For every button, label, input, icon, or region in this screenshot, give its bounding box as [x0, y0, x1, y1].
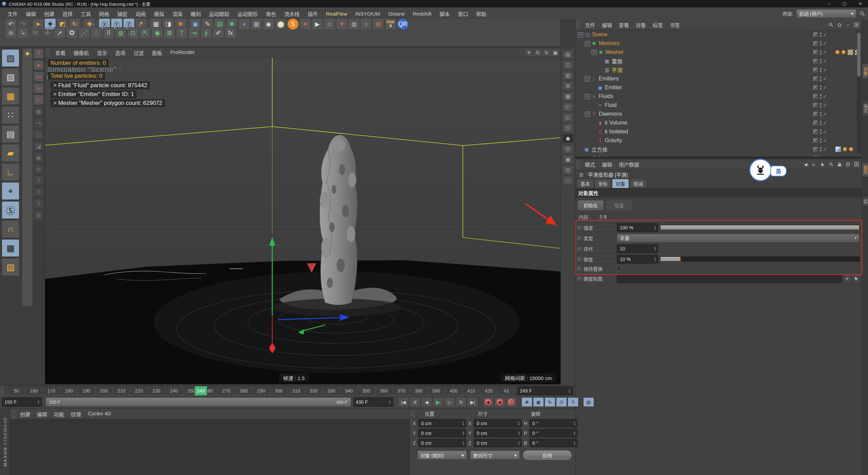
- viewport-menu-选项[interactable]: 选项: [111, 49, 130, 56]
- dock-tab-场次[interactable]: 场次: [862, 101, 868, 116]
- tab-坐标[interactable]: 坐标: [594, 179, 611, 188]
- disabled-tool-4-icon[interactable]: ◪: [34, 141, 44, 151]
- stage-icon[interactable]: ▶: [312, 18, 323, 30]
- stepper-icons[interactable]: ▲▼: [37, 400, 40, 404]
- rectangle-selection-icon[interactable]: ▭: [34, 72, 44, 82]
- stepper-icons[interactable]: ▲▼: [462, 421, 465, 426]
- position-field[interactable]: 0 cm▲▼: [418, 419, 466, 428]
- tab-对象[interactable]: 对象: [612, 179, 629, 188]
- dock-tab-属性[interactable]: 属性: [862, 162, 868, 177]
- object-axis-icon[interactable]: ∟: [2, 163, 19, 181]
- cube-grid-icon[interactable]: ⊡: [127, 27, 139, 39]
- polygons-mode-icon[interactable]: ▰: [2, 144, 19, 162]
- zoom-view-icon[interactable]: [534, 49, 541, 56]
- play-button[interactable]: ▶: [433, 397, 443, 407]
- material-menu-Cycles 4D[interactable]: Cycles 4D: [84, 411, 114, 418]
- layout-preset-icon-1[interactable]: ▤: [563, 50, 573, 59]
- lasso-selection-icon[interactable]: ∿: [34, 83, 44, 93]
- workplane-lock-icon[interactable]: ▦: [2, 239, 19, 257]
- close-button[interactable]: ✕: [852, 0, 868, 7]
- previous-key-button[interactable]: ↺: [410, 397, 420, 407]
- layout-preset-icon-13[interactable]: ▢: [563, 176, 573, 185]
- realflow-tag-icon[interactable]: [835, 50, 840, 55]
- menu-item-创建[interactable]: 创建: [40, 10, 58, 17]
- realflow-tag-icon[interactable]: [841, 50, 846, 55]
- enabled-check-icon[interactable]: ✓: [823, 120, 827, 126]
- stepper-icons[interactable]: ▲▼: [654, 246, 656, 251]
- layout-preset-icon-12[interactable]: ⊟: [563, 166, 573, 174]
- size-mode-dropdown[interactable]: 绝对尺寸▾: [470, 451, 520, 460]
- stepper-icons[interactable]: ▲▼: [518, 431, 520, 436]
- stepper-icons[interactable]: ▲▼: [518, 441, 520, 445]
- tab-衰减[interactable]: 衰减: [630, 179, 647, 188]
- visibility-dots-icon[interactable]: [820, 50, 822, 55]
- position-field[interactable]: 0 cm▲▼: [418, 429, 466, 437]
- viewport-menu-面板[interactable]: 面板: [148, 49, 166, 56]
- toggle-view-icon[interactable]: ▣: [552, 49, 559, 56]
- menu-item-窗口[interactable]: 窗口: [454, 10, 472, 17]
- stepper-icons[interactable]: ▲▼: [573, 431, 576, 436]
- material-menu-纹理[interactable]: 纹理: [67, 411, 84, 418]
- visibility-dots-icon[interactable]: [820, 94, 822, 99]
- disabled-tool-2-icon[interactable]: ⇥: [34, 118, 44, 128]
- layout-preset-icon-4[interactable]: ⊞: [563, 81, 573, 90]
- move-mini-icon[interactable]: ✚: [23, 49, 32, 58]
- visibility-dots-icon[interactable]: [820, 147, 822, 152]
- live-selection-mini-icon[interactable]: ➤: [34, 60, 44, 70]
- menu-item-捕捉[interactable]: 捕捉: [113, 10, 132, 17]
- rotation-field[interactable]: 0 °▲▼: [529, 439, 577, 447]
- new-panel-icon[interactable]: [853, 22, 860, 28]
- layout-preset-icon-10[interactable]: ⊡: [563, 145, 573, 153]
- expander-icon[interactable]: −: [585, 41, 590, 46]
- menu-item-模拟[interactable]: 模拟: [150, 10, 168, 17]
- param-value-field[interactable]: 100 %▲▼: [617, 223, 658, 232]
- autokey-button[interactable]: ◉: [494, 397, 505, 407]
- expander-icon[interactable]: −: [585, 94, 590, 99]
- sky-icon[interactable]: S: [287, 18, 299, 30]
- visibility-dots-icon[interactable]: [820, 59, 822, 63]
- disabled-tool-6-icon[interactable]: ⊘: [34, 164, 44, 174]
- deformer-icon[interactable]: ▼: [336, 18, 348, 30]
- panel-grip[interactable]: [575, 159, 580, 169]
- metaball-icon[interactable]: ◖: [238, 18, 250, 30]
- enabled-check-icon[interactable]: ✓: [823, 67, 827, 73]
- home-icon[interactable]: [836, 22, 843, 28]
- layer-chip-icon[interactable]: [813, 138, 818, 144]
- layer-chip-icon[interactable]: [813, 129, 818, 135]
- disabled-dots-2-icon[interactable]: ⠿: [34, 187, 44, 197]
- maximize-button[interactable]: ▢: [837, 0, 852, 7]
- disabled-tool-3-icon[interactable]: ◫: [34, 129, 44, 139]
- current-frame-field[interactable]: 249 F ▲▼: [517, 386, 573, 395]
- param-value-field[interactable]: 10▲▼: [617, 244, 658, 253]
- menu-item-运动跟踪[interactable]: 运动跟踪: [205, 10, 233, 17]
- grid-points-icon[interactable]: ⠿: [103, 27, 114, 39]
- record-pla-toggle[interactable]: ⠿: [568, 397, 578, 407]
- minus-icon[interactable]: −: [845, 22, 851, 28]
- layer-chip-icon[interactable]: [813, 155, 818, 157]
- attr-menu-用户数据[interactable]: 用户数据: [615, 161, 643, 168]
- viewport-menu-过滤[interactable]: 过滤: [130, 49, 148, 56]
- menu-item-帮助[interactable]: 帮助: [472, 10, 491, 17]
- animation-toggle-icon[interactable]: [577, 257, 581, 261]
- help-icon[interactable]: ?: [34, 49, 44, 59]
- apply-button[interactable]: 应用: [523, 451, 571, 460]
- sweep-icon[interactable]: ↝: [188, 27, 200, 39]
- playhead[interactable]: 249: [195, 386, 207, 396]
- psr-icon[interactable]: PSR0: [385, 18, 396, 30]
- translate-language-bubble[interactable]: 英: [770, 166, 787, 176]
- menu-item-插件[interactable]: 插件: [303, 10, 322, 17]
- spline-cube-icon[interactable]: ⊠: [164, 27, 175, 39]
- range-start-field[interactable]: 150 F ▲▼: [2, 397, 42, 407]
- goto-end-button[interactable]: ▶|: [467, 397, 478, 407]
- world-grid-icon[interactable]: ⊕: [5, 27, 17, 39]
- cursor-mode-icon[interactable]: [820, 161, 826, 167]
- tree-row-Daemons[interactable]: −YDaemons✓: [575, 110, 862, 118]
- visibility-dots-icon[interactable]: [820, 121, 822, 125]
- expander-icon[interactable]: −: [585, 112, 590, 117]
- visibility-dots-icon[interactable]: [820, 130, 822, 134]
- stepper-icons[interactable]: ▲▼: [462, 431, 465, 436]
- path-dots-icon[interactable]: ⋰: [78, 27, 90, 39]
- character-icon[interactable]: ☺: [324, 18, 335, 30]
- translator-badge[interactable]: [749, 159, 772, 181]
- kinematics-icon[interactable]: IK: [29, 27, 41, 39]
